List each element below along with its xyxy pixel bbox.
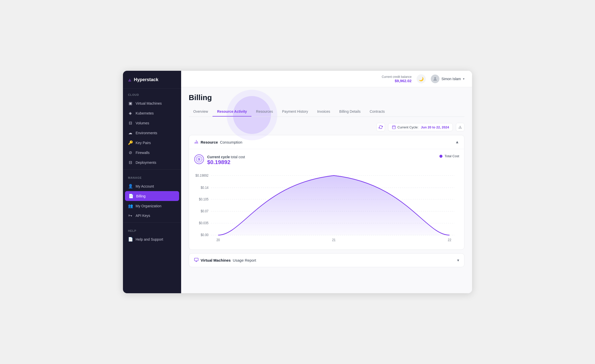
legend-label: Total Cost: [444, 154, 459, 158]
svg-text:20: 20: [216, 238, 220, 242]
vm-card-title: Virtual Machines Usage Report: [194, 258, 256, 263]
cycle-date-value: Jun 20 to 22, 2024: [421, 125, 449, 129]
page-title: Billing: [189, 93, 464, 102]
moon-icon: 🌙: [419, 77, 424, 81]
download-button[interactable]: [456, 123, 464, 131]
cycle-prefix-label: Current Cycle:: [397, 125, 419, 129]
credit-label: Current credit balance: [382, 75, 412, 79]
cost-value: $0.19892: [207, 159, 245, 166]
resource-consumption-card: Resource Consumption ▲ $: [189, 135, 464, 250]
tab-overview[interactable]: Overview: [189, 107, 212, 117]
main-content: Current credit balance $9,962.02 🌙 Simon…: [181, 71, 472, 293]
chart-legend: Total Cost: [439, 154, 459, 158]
tab-resource-activity[interactable]: Resource Activity: [212, 107, 251, 117]
svg-text:$0.105: $0.105: [199, 197, 208, 201]
firewalls-icon: ⊘: [128, 150, 133, 155]
svg-text:$0.035: $0.035: [199, 221, 208, 225]
my-organization-icon: 👥: [128, 203, 133, 208]
tab-payment-history[interactable]: Payment History: [278, 107, 313, 117]
theme-toggle-button[interactable]: 🌙: [417, 74, 426, 83]
chart-meta: $ Current cycle total cost $0.19892: [194, 154, 459, 166]
kubernetes-icon: ◈: [128, 111, 133, 116]
sidebar-item-label: Deployments: [136, 161, 156, 165]
api-keys-icon: 🗝: [128, 213, 133, 218]
billing-icon: 📄: [129, 194, 133, 198]
credit-amount: $9,962.02: [382, 79, 412, 83]
tab-invoices[interactable]: Invoices: [313, 107, 335, 117]
svg-rect-28: [195, 258, 198, 261]
tabs-nav: Overview Resource Activity Resources Pay…: [189, 107, 464, 117]
sidebar-item-label: Kubernetes: [136, 111, 154, 115]
help-icon: 📄: [128, 237, 133, 242]
svg-text:21: 21: [332, 238, 336, 242]
page-content: Billing Overview Resource Activity Resou…: [181, 87, 472, 293]
chart-icon: [194, 139, 199, 145]
vm-card-header: Virtual Machines Usage Report ▾: [189, 254, 464, 267]
svg-text:$0.00: $0.00: [201, 233, 208, 237]
sidebar-item-label: Environments: [136, 131, 157, 135]
app-container: ⟁ Hyperstack CLOUD ▣ Virtual Machines ◈ …: [123, 71, 472, 293]
tab-billing-details[interactable]: Billing Details: [335, 107, 365, 117]
svg-text:$0.14: $0.14: [201, 186, 208, 190]
sidebar-item-key-pairs[interactable]: 🔑 Key Pairs: [123, 138, 181, 148]
refresh-button[interactable]: [376, 123, 385, 131]
sidebar-item-virtual-machines[interactable]: ▣ Virtual Machines: [123, 98, 181, 108]
svg-text:$0.07: $0.07: [201, 209, 208, 213]
current-cycle-bold: Current cycle: [207, 155, 230, 159]
sidebar-item-label: Volumes: [136, 121, 149, 125]
sidebar-item-my-account[interactable]: 👤 My Account: [123, 181, 181, 191]
sidebar-logo: ⟁ Hyperstack: [123, 71, 181, 89]
section-label-cloud: CLOUD: [123, 89, 181, 98]
sidebar-item-label: Key Pairs: [136, 141, 151, 145]
topbar: Current credit balance $9,962.02 🌙 Simon…: [181, 71, 472, 87]
sidebar-item-kubernetes[interactable]: ◈ Kubernetes: [123, 108, 181, 118]
vm-usage-card: Virtual Machines Usage Report ▾: [189, 253, 464, 267]
vm-collapse-button[interactable]: ▾: [457, 258, 459, 263]
line-chart: $0.19892 $0.14 $0.105 $0.07 $0.035 $0.00: [194, 170, 459, 246]
card-title-bold: Resource: [201, 140, 218, 144]
environments-icon: ☁: [128, 130, 133, 135]
cost-label: Current cycle total cost: [207, 155, 245, 159]
sidebar-item-firewalls[interactable]: ⊘ Firewalls: [123, 148, 181, 157]
sidebar-item-help-support[interactable]: 📄 Help and Support: [123, 234, 181, 244]
sidebar-item-label: Firewalls: [136, 151, 150, 155]
vm-icon: [194, 258, 199, 263]
card-title: Resource Consumption: [194, 139, 242, 145]
credit-info: Current credit balance $9,962.02: [382, 75, 412, 83]
card-header: Resource Consumption ▲: [189, 135, 464, 149]
sidebar-item-billing[interactable]: 📄 Billing: [125, 191, 179, 201]
deployments-icon: ⊟: [128, 160, 133, 165]
vm-title-rest: Usage Report: [233, 258, 256, 262]
svg-rect-1: [392, 126, 395, 129]
tab-resources[interactable]: Resources: [251, 107, 278, 117]
sidebar-item-label: Virtual Machines: [136, 101, 162, 105]
sidebar-item-volumes[interactable]: ⊟ Volumes: [123, 118, 181, 128]
svg-text:$: $: [198, 157, 200, 161]
key-pairs-icon: 🔑: [128, 140, 133, 145]
svg-point-0: [434, 77, 436, 79]
logo-text: Hyperstack: [134, 77, 158, 82]
section-label-manage: MANAGE: [123, 172, 181, 181]
sidebar-item-label: API Keys: [136, 214, 150, 218]
vm-title-bold: Virtual Machines: [201, 258, 231, 262]
svg-text:$0.19892: $0.19892: [196, 173, 209, 177]
volumes-icon: ⊟: [128, 121, 133, 125]
collapse-button[interactable]: ▲: [455, 140, 459, 144]
cycle-picker[interactable]: Current Cycle: Jun 20 to 22, 2024: [388, 123, 453, 131]
chevron-down-icon: ▾: [463, 77, 464, 81]
user-menu[interactable]: Simon Islam ▾: [431, 75, 464, 83]
current-cycle-cost: $ Current cycle total cost $0.19892: [194, 154, 245, 166]
chart-svg-container: $0.19892 $0.14 $0.105 $0.07 $0.035 $0.00: [194, 170, 459, 247]
tab-contracts[interactable]: Contracts: [365, 107, 389, 117]
sidebar-item-label: Billing: [136, 194, 145, 198]
user-name: Simon Islam: [441, 77, 461, 81]
sidebar-item-deployments[interactable]: ⊟ Deployments: [123, 157, 181, 167]
sidebar-item-label: My Organization: [136, 204, 161, 208]
virtual-machines-icon: ▣: [128, 101, 133, 106]
sidebar-item-my-organization[interactable]: 👥 My Organization: [123, 201, 181, 211]
sidebar-item-label: Help and Support: [136, 237, 163, 241]
logo-icon: ⟁: [128, 76, 131, 83]
card-title-rest: Consumption: [220, 140, 242, 144]
sidebar-item-environments[interactable]: ☁ Environments: [123, 128, 181, 138]
sidebar-item-api-keys[interactable]: 🗝 API Keys: [123, 211, 181, 220]
